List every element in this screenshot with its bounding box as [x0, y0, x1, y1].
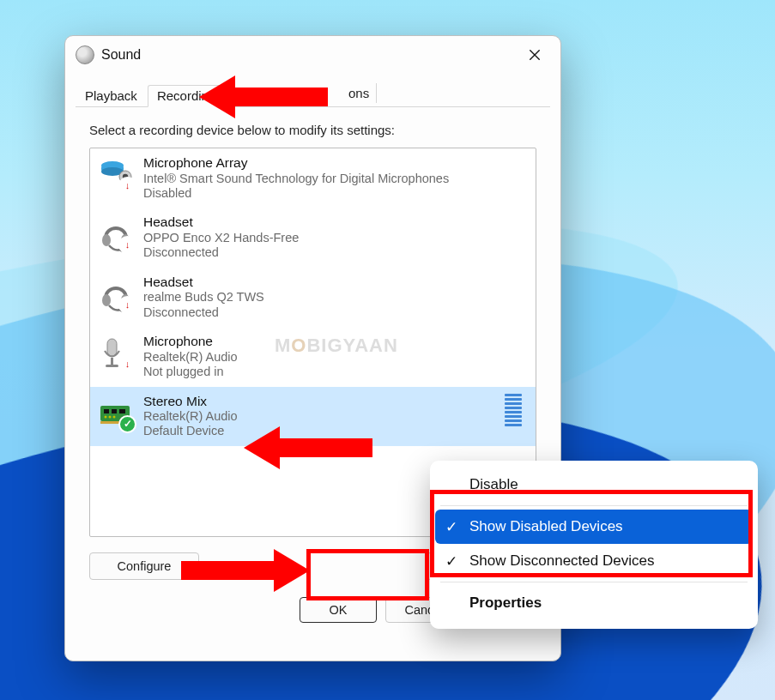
check-icon: ✓: [445, 552, 457, 570]
svg-point-8: [102, 294, 111, 306]
context-menu: Disable ✓ Show Disabled Devices ✓ Show D…: [430, 461, 758, 629]
microphone-icon: [97, 334, 135, 371]
menu-label: Show Disconnected Devices: [469, 552, 654, 570]
tabs-row: Playback Recording ons: [76, 82, 550, 107]
menu-label: Properties: [469, 594, 542, 612]
close-icon: [529, 49, 541, 61]
svg-point-19: [109, 415, 112, 418]
tab-recording[interactable]: Recording: [148, 85, 227, 107]
sound-icon: [76, 45, 94, 64]
tab-playback[interactable]: Playback: [76, 85, 148, 106]
menu-separator: [440, 505, 748, 506]
unplugged-badge-icon: [118, 355, 136, 373]
device-sub: Realtek(R) Audio: [143, 409, 238, 424]
svg-rect-17: [119, 409, 125, 413]
dialog-title: Sound: [101, 47, 516, 63]
svg-point-20: [113, 415, 116, 418]
disabled-badge-icon: [118, 177, 136, 195]
menu-item-show-disconnected[interactable]: ✓ Show Disconnected Devices: [435, 544, 753, 578]
svg-rect-15: [104, 409, 109, 413]
device-name: Microphone Array: [143, 155, 449, 172]
svg-rect-16: [112, 409, 117, 413]
device-name: Stereo Mix: [143, 394, 238, 410]
sound-card-icon: [97, 394, 135, 431]
menu-item-properties[interactable]: Properties: [435, 586, 753, 620]
instruction-text: Select a recording device below to modif…: [89, 123, 536, 137]
tab-fragment[interactable]: ons: [342, 83, 377, 103]
device-item-headset-oppo[interactable]: Headset OPPO Enco X2 Hands-Free Disconne…: [90, 208, 536, 267]
device-item-microphone[interactable]: Microphone Realtek(R) Audio Not plugged …: [90, 327, 536, 386]
menu-item-disable[interactable]: Disable: [435, 468, 753, 502]
device-status: Default Device: [143, 424, 238, 438]
device-status: Disconnected: [143, 245, 299, 260]
device-item-mic-array[interactable]: Microphone Array Intel® Smart Sound Tech…: [90, 148, 536, 208]
svg-rect-12: [111, 358, 113, 365]
menu-label: Disable: [469, 476, 518, 493]
close-button[interactable]: [516, 42, 554, 68]
device-name: Headset: [143, 275, 264, 291]
device-status: Not plugged in: [143, 365, 238, 379]
headset-icon: [97, 214, 135, 252]
device-status: Disabled: [143, 186, 449, 201]
device-status: Disconnected: [143, 305, 264, 320]
svg-point-5: [102, 234, 111, 246]
svg-rect-13: [106, 365, 118, 367]
microphone-array-icon: [97, 155, 135, 193]
menu-item-show-disabled[interactable]: ✓ Show Disabled Devices: [435, 510, 753, 544]
device-sub: OPPO Enco X2 Hands-Free: [143, 231, 299, 245]
desktop-wallpaper: Sound Playback Recording ons Select a re…: [0, 0, 775, 700]
menu-label: Show Disabled Devices: [469, 518, 623, 535]
device-sub: Realtek(R) Audio: [143, 350, 238, 365]
headset-icon: [97, 275, 135, 312]
device-sub: Intel® Smart Sound Technology for Digita…: [143, 172, 449, 186]
configure-button[interactable]: Configure: [89, 552, 199, 580]
disconnected-badge-icon: [118, 296, 136, 314]
ok-button[interactable]: OK: [300, 597, 377, 623]
default-check-badge-icon: [118, 415, 136, 433]
check-icon: ✓: [445, 518, 457, 536]
device-name: Microphone: [143, 334, 238, 350]
svg-point-18: [105, 415, 107, 418]
menu-separator: [440, 582, 748, 582]
device-item-stereo-mix[interactable]: Stereo Mix Realtek(R) Audio Default Devi…: [90, 387, 536, 446]
device-item-headset-realme[interactable]: Headset realme Buds Q2 TWS Disconnected: [90, 268, 536, 327]
device-sub: realme Buds Q2 TWS: [143, 290, 264, 305]
svg-rect-11: [107, 339, 117, 356]
device-name: Headset: [143, 214, 299, 231]
level-meter-icon: [505, 394, 522, 426]
titlebar: Sound: [65, 36, 560, 72]
